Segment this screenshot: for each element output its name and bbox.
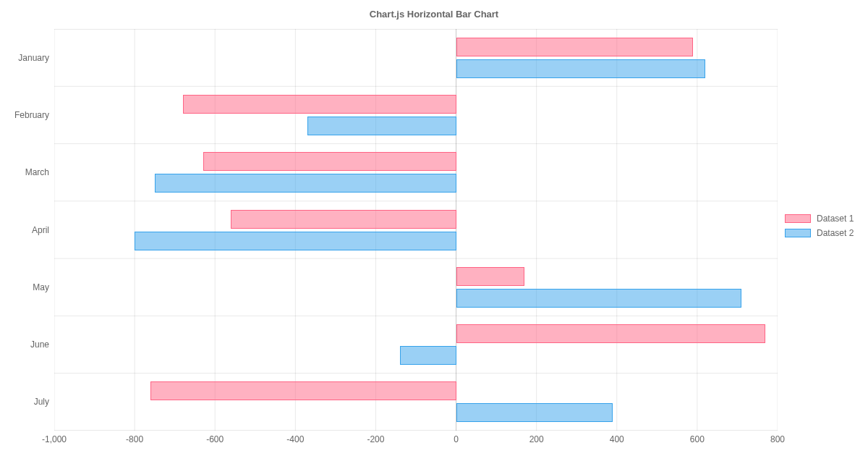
- chart-title: Chart.js Horizontal Bar Chart: [0, 9, 868, 20]
- x-tick-label: -200: [367, 434, 384, 444]
- x-tick-label: -1,000: [42, 434, 67, 444]
- bar-dataset-1[interactable]: [456, 267, 524, 286]
- bar-dataset-1[interactable]: [456, 38, 694, 56]
- horizontal-bar-chart: Chart.js Horizontal Bar Chart -1,000-800…: [0, 0, 868, 456]
- legend-label: Dataset 2: [817, 228, 854, 238]
- legend-swatch-icon: [785, 214, 811, 223]
- x-tick-label: 400: [610, 434, 624, 444]
- legend-item-dataset-1[interactable]: Dataset 1: [785, 211, 854, 226]
- x-tick-label: 800: [770, 434, 785, 444]
- bar-dataset-1[interactable]: [231, 210, 456, 229]
- bar-dataset-2[interactable]: [456, 59, 705, 78]
- bar-dataset-2[interactable]: [135, 232, 456, 250]
- x-tick-label: 200: [529, 434, 544, 444]
- y-tick-label: February: [0, 110, 49, 120]
- legend-swatch-icon: [785, 229, 811, 237]
- bars-layer: [54, 29, 778, 431]
- x-tick-label: 600: [690, 434, 705, 444]
- bar-dataset-2[interactable]: [400, 346, 456, 365]
- bar-dataset-1[interactable]: [456, 324, 766, 343]
- y-tick-label: June: [0, 339, 49, 350]
- bar-dataset-2[interactable]: [307, 117, 456, 135]
- y-tick-label: July: [0, 397, 49, 407]
- legend-label: Dataset 1: [817, 214, 854, 224]
- x-tick-label: -400: [286, 434, 304, 444]
- bar-dataset-2[interactable]: [456, 403, 613, 422]
- bar-dataset-1[interactable]: [183, 95, 456, 114]
- chart-legend: Dataset 1 Dataset 2: [785, 211, 854, 240]
- bar-dataset-1[interactable]: [203, 152, 456, 171]
- y-tick-label: April: [0, 225, 49, 235]
- bar-dataset-2[interactable]: [155, 174, 456, 193]
- x-tick-label: 0: [454, 434, 459, 444]
- x-tick-label: -600: [206, 434, 224, 444]
- y-tick-label: January: [0, 53, 49, 63]
- y-tick-label: March: [0, 167, 49, 177]
- bar-dataset-1[interactable]: [150, 381, 456, 400]
- x-tick-label: -800: [126, 434, 143, 444]
- legend-item-dataset-2[interactable]: Dataset 2: [785, 226, 854, 240]
- y-tick-label: May: [0, 282, 49, 292]
- bar-dataset-2[interactable]: [456, 289, 741, 308]
